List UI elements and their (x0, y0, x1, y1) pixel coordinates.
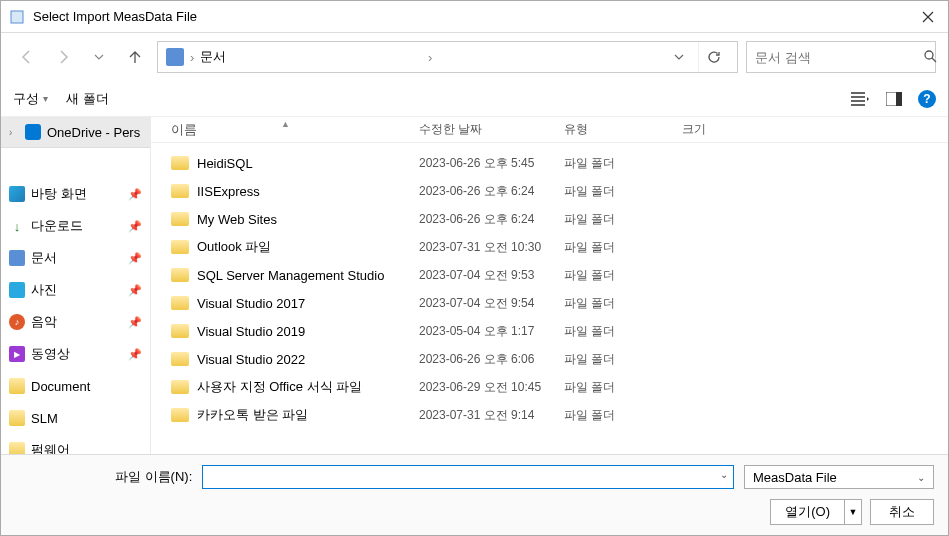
back-button[interactable] (13, 43, 41, 71)
pin-icon: 📌 (128, 348, 142, 361)
folder-icon (9, 410, 25, 426)
filename-dropdown[interactable]: ⌄ (720, 469, 728, 480)
header-date[interactable]: 수정한 날짜 (419, 121, 564, 138)
open-label[interactable]: 열기(O) (771, 500, 845, 524)
sidebar-item[interactable]: 바탕 화면 📌 (1, 178, 150, 210)
file-row[interactable]: My Web Sites 2023-06-26 오후 6:24 파일 폴더 (151, 205, 948, 233)
file-date: 2023-07-31 오전 9:14 (419, 407, 564, 424)
open-dropdown[interactable]: ▼ (845, 500, 861, 524)
file-row[interactable]: SQL Server Management Studio 2023-07-04 … (151, 261, 948, 289)
file-name: Visual Studio 2017 (197, 296, 305, 311)
up-button[interactable] (121, 43, 149, 71)
preview-pane-button[interactable] (884, 89, 904, 109)
file-type: 파일 폴더 (564, 267, 682, 284)
file-name: Visual Studio 2019 (197, 324, 305, 339)
sidebar-label: 바탕 화면 (31, 185, 87, 203)
file-name: HeidiSQL (197, 156, 253, 171)
file-name: IISExpress (197, 184, 260, 199)
file-name: 카카오톡 받은 파일 (197, 406, 308, 424)
address-dropdown[interactable] (666, 50, 692, 65)
search-box[interactable] (746, 41, 936, 73)
file-row[interactable]: Visual Studio 2019 2023-05-04 오후 1:17 파일… (151, 317, 948, 345)
forward-button[interactable] (49, 43, 77, 71)
video-icon: ▶ (9, 346, 25, 362)
filename-label: 파일 이름(N): (115, 468, 192, 486)
file-type: 파일 폴더 (564, 295, 682, 312)
file-date: 2023-07-31 오전 10:30 (419, 239, 564, 256)
sidebar-label: SLM (31, 411, 58, 426)
refresh-button[interactable] (698, 42, 729, 72)
file-row[interactable]: Visual Studio 2017 2023-07-04 오전 9:54 파일… (151, 289, 948, 317)
cancel-button[interactable]: 취소 (870, 499, 934, 525)
recent-dropdown[interactable] (85, 43, 113, 71)
chevron-down-icon: ▾ (43, 93, 48, 104)
sidebar: › OneDrive - Pers 바탕 화면 📌↓ 다운로드 📌 문서 📌 사… (1, 117, 151, 454)
svg-point-1 (925, 51, 933, 59)
file-type-filter[interactable]: MeasData File ⌄ (744, 465, 934, 489)
filter-label: MeasData File (753, 470, 837, 485)
window-title: Select Import MeasData File (33, 9, 908, 24)
open-button[interactable]: 열기(O) ▼ (770, 499, 862, 525)
close-button[interactable] (908, 1, 948, 33)
sidebar-item[interactable]: ♪ 음악 📌 (1, 306, 150, 338)
chevron-down-icon: ⌄ (917, 472, 925, 483)
address-segment[interactable]: 문서 (200, 48, 422, 66)
folder-icon (171, 408, 189, 422)
file-type: 파일 폴더 (564, 379, 682, 396)
folder-icon (171, 212, 189, 226)
file-date: 2023-07-04 오전 9:54 (419, 295, 564, 312)
sidebar-item[interactable]: ↓ 다운로드 📌 (1, 210, 150, 242)
file-date: 2023-05-04 오후 1:17 (419, 323, 564, 340)
chevron-icon: › (190, 50, 194, 65)
file-type: 파일 폴더 (564, 183, 682, 200)
filename-input-wrap[interactable] (202, 465, 734, 489)
file-row[interactable]: 카카오톡 받은 파일 2023-07-31 오전 9:14 파일 폴더 (151, 401, 948, 429)
sidebar-item[interactable]: ▶ 동영상 📌 (1, 338, 150, 370)
documents-icon (166, 48, 184, 66)
file-pane: 이름 ▲ 수정한 날짜 유형 크기 HeidiSQL 2023-06-26 오후… (151, 117, 948, 454)
organize-label: 구성 (13, 90, 39, 108)
chevron-icon[interactable]: › (428, 50, 432, 65)
pin-icon: 📌 (128, 188, 142, 201)
folder-icon (171, 184, 189, 198)
header-type[interactable]: 유형 (564, 121, 682, 138)
search-input[interactable] (755, 50, 923, 65)
search-icon[interactable] (923, 49, 937, 66)
chevron-right-icon[interactable]: › (9, 127, 19, 138)
header-name[interactable]: 이름 ▲ (171, 121, 419, 139)
desktop-icon (9, 186, 25, 202)
folder-icon (171, 268, 189, 282)
svg-rect-3 (896, 92, 902, 106)
file-row[interactable]: 사용자 지정 Office 서식 파일 2023-06-29 오전 10:45 … (151, 373, 948, 401)
file-row[interactable]: HeidiSQL 2023-06-26 오후 5:45 파일 폴더 (151, 149, 948, 177)
address-bar[interactable]: › 문서 › (157, 41, 738, 73)
sidebar-label: 문서 (31, 249, 57, 267)
file-row[interactable]: Outlook 파일 2023-07-31 오전 10:30 파일 폴더 (151, 233, 948, 261)
sidebar-item[interactable]: SLM (1, 402, 150, 434)
toolbar: 구성 ▾ 새 폴더 ? (1, 81, 948, 117)
sort-asc-icon: ▲ (281, 119, 290, 129)
sidebar-item[interactable]: 사진 📌 (1, 274, 150, 306)
sidebar-item[interactable]: 펌웨어 (1, 434, 150, 454)
help-button[interactable]: ? (918, 90, 936, 108)
pin-icon: 📌 (128, 316, 142, 329)
file-name: Outlook 파일 (197, 238, 271, 256)
column-headers: 이름 ▲ 수정한 날짜 유형 크기 (151, 117, 948, 143)
organize-menu[interactable]: 구성 ▾ (13, 90, 48, 108)
pics-icon (9, 282, 25, 298)
header-size[interactable]: 크기 (682, 121, 762, 138)
sidebar-item[interactable]: Document (1, 370, 150, 402)
filename-input[interactable] (209, 466, 713, 488)
file-name: Visual Studio 2022 (197, 352, 305, 367)
new-folder-label: 새 폴더 (66, 90, 109, 108)
file-row[interactable]: IISExpress 2023-06-26 오후 6:24 파일 폴더 (151, 177, 948, 205)
file-list: HeidiSQL 2023-06-26 오후 5:45 파일 폴더IISExpr… (151, 143, 948, 454)
footer: 파일 이름(N): ⌄ MeasData File ⌄ 열기(O) ▼ 취소 (1, 454, 948, 535)
file-date: 2023-06-29 오전 10:45 (419, 379, 564, 396)
view-list-button[interactable] (850, 89, 870, 109)
onedrive-icon (25, 124, 41, 140)
sidebar-item[interactable]: 문서 📌 (1, 242, 150, 274)
file-row[interactable]: Visual Studio 2022 2023-06-26 오후 6:06 파일… (151, 345, 948, 373)
sidebar-onedrive[interactable]: › OneDrive - Pers (1, 117, 150, 148)
new-folder-button[interactable]: 새 폴더 (66, 90, 109, 108)
